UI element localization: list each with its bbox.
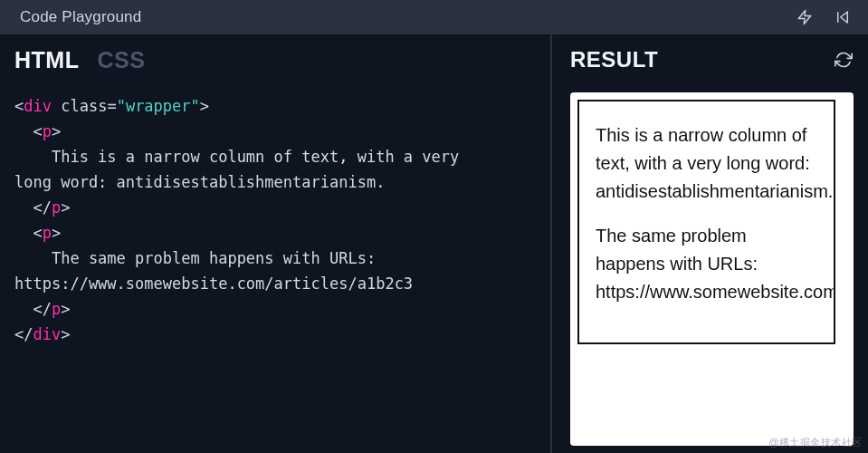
code-editor[interactable]: <div class="wrapper"> <p> This is a narr… [14,93,547,347]
app-title: Code Playground [20,8,141,26]
tab-html[interactable]: HTML [14,47,79,73]
bolt-icon[interactable] [796,8,814,26]
editor-tabs: HTML CSS [14,47,547,73]
preview-paragraph-2: The same problem happens with URLs: http… [596,222,817,306]
result-pane: RESULT This is a narrow column of text, … [552,34,868,453]
refresh-icon[interactable] [834,50,854,70]
editor-pane: HTML CSS <div class="wrapper"> <p> This … [0,34,552,453]
preview-paragraph-1: This is a narrow column of text, with a … [596,121,817,206]
titlebar: Code Playground [0,0,868,34]
tab-css[interactable]: CSS [97,47,145,73]
titlebar-actions [796,8,852,26]
skip-back-icon[interactable] [834,8,852,26]
result-heading: RESULT [570,47,658,72]
main: HTML CSS <div class="wrapper"> <p> This … [0,34,868,453]
preview-card: This is a narrow column of text, with a … [570,92,854,446]
watermark: @稀土掘金技术社区 [768,436,863,449]
svg-marker-1 [841,12,848,23]
svg-marker-0 [798,11,811,24]
preview-wrapper: This is a narrow column of text, with a … [577,100,835,344]
